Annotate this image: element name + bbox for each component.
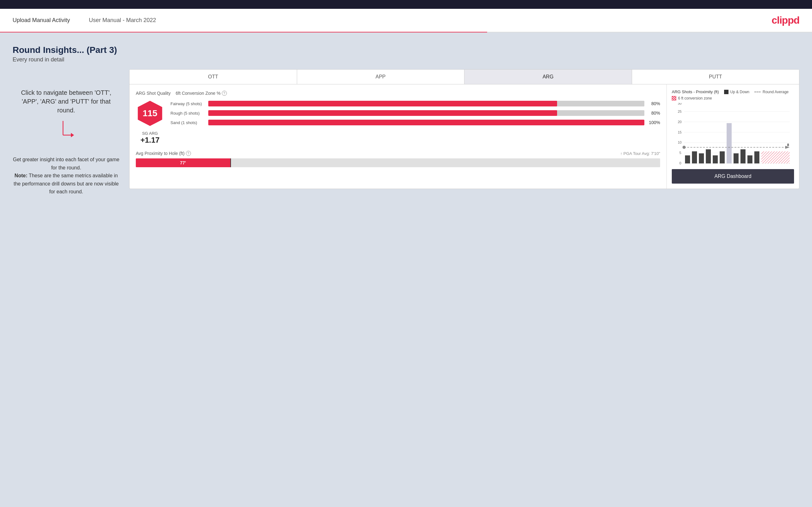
conversion-help-icon[interactable]: ? <box>222 91 227 96</box>
arg-dashboard-button[interactable]: ARG Dashboard <box>672 169 794 184</box>
round-insights-card: OTT APP ARG PUTT ARG Shot Quality 6ft Co… <box>129 69 799 189</box>
nav-instruction: Click to navigate between 'OTT', 'APP', … <box>13 88 120 115</box>
pga-label: ↑ PGA Tour Avg: 7'10" <box>620 151 660 156</box>
legend-conversion-icon <box>672 96 676 101</box>
user-manual-title: User Manual - March 2022 <box>89 17 156 23</box>
svg-text:15: 15 <box>678 130 681 134</box>
chart-bar-10 <box>747 155 753 163</box>
proximity-bar-fill: 77' <box>136 158 230 167</box>
chart-bar-9 <box>741 149 746 163</box>
chart-bar-11 <box>754 152 759 163</box>
right-section: ARG Shots - Proximity (ft) Up & Down Rou… <box>667 84 799 189</box>
left-panel: Click to navigate between 'OTT', 'APP', … <box>13 69 120 196</box>
proximity-cursor <box>230 158 231 167</box>
tab-putt[interactable]: PUTT <box>632 70 799 84</box>
round-avg-start-dot <box>682 146 686 149</box>
bar-track-fairway <box>208 101 644 106</box>
shot-quality-label: ARG Shot Quality <box>136 91 171 96</box>
card-body: ARG Shot Quality 6ft Conversion Zone % ?… <box>130 84 799 189</box>
sg-label: SG ARG <box>141 131 160 136</box>
svg-text:20: 20 <box>678 120 681 124</box>
bar-track-rough <box>208 110 644 116</box>
legend-conversion: 6 ft conversion zone <box>672 96 794 101</box>
shot-quality-header: ARG Shot Quality 6ft Conversion Zone % ? <box>136 91 660 96</box>
proximity-section: Avg Proximity to Hole (ft) ? ↑ PGA Tour … <box>136 151 660 167</box>
tab-ott[interactable]: OTT <box>130 70 297 84</box>
proximity-label: Avg Proximity to Hole (ft) ? <box>136 151 191 156</box>
tab-app[interactable]: APP <box>297 70 465 84</box>
arrow-container <box>13 118 120 143</box>
svg-text:30: 30 <box>678 103 681 105</box>
proximity-bar-track: 77' <box>136 158 660 167</box>
chart-hatch-zone <box>761 152 790 163</box>
proximity-help-icon[interactable]: ? <box>186 151 191 156</box>
bar-pct-rough: 80% <box>648 111 660 116</box>
main-content: Round Insights... (Part 3) Every round i… <box>0 33 812 507</box>
arg-proximity-chart: 0 5 10 15 20 25 30 <box>672 103 794 166</box>
chart-bar-1 <box>685 155 690 163</box>
bar-track-sand <box>208 120 644 125</box>
chart-bar-4 <box>706 149 711 163</box>
bar-label-sand: Sand (1 shots) <box>170 120 205 125</box>
insight-text: Get greater insight into each facet of y… <box>13 156 120 196</box>
bar-row-rough: Rough (5 shots) 80% <box>170 110 660 116</box>
metrics-row: 115 SG ARG +1.17 Fairway (5 shots) <box>136 101 660 145</box>
chart-bar-3 <box>699 153 704 163</box>
svg-text:8: 8 <box>787 143 789 147</box>
tab-arg[interactable]: ARG <box>464 70 632 84</box>
left-section: ARG Shot Quality 6ft Conversion Zone % ?… <box>130 84 667 189</box>
chart-header: ARG Shots - Proximity (ft) Up & Down Rou… <box>672 90 794 94</box>
chart-bar-5 <box>713 155 718 163</box>
proximity-header: Avg Proximity to Hole (ft) ? ↑ PGA Tour … <box>136 151 660 156</box>
bar-fill-sand <box>208 120 644 125</box>
svg-text:5: 5 <box>679 151 681 155</box>
bar-pct-sand: 100% <box>648 120 660 125</box>
bar-label-rough: Rough (5 shots) <box>170 111 205 116</box>
bar-label-fairway: Fairway (5 shots) <box>170 101 205 106</box>
arg-score-hexagon: 115 <box>136 101 164 126</box>
bars-section: Fairway (5 shots) 80% Rough (5 shots) <box>170 101 660 129</box>
sg-arg-container: SG ARG +1.17 <box>141 131 160 145</box>
conversion-label: 6ft Conversion Zone % ? <box>176 91 227 96</box>
legend-updown-icon <box>724 90 728 94</box>
bar-row-sand: Sand (1 shots) 100% <box>170 120 660 125</box>
content-area: Click to navigate between 'OTT', 'APP', … <box>13 69 799 196</box>
svg-text:25: 25 <box>678 110 681 113</box>
chart-bar-7-light <box>727 123 732 163</box>
header: Upload Manual Activity User Manual - Mar… <box>0 9 812 32</box>
bar-fill-rough <box>208 110 557 116</box>
svg-text:10: 10 <box>678 140 681 144</box>
chart-bar-2 <box>692 152 697 163</box>
bar-pct-fairway: 80% <box>648 101 660 106</box>
upload-title: Upload Manual Activity <box>13 17 70 23</box>
nav-arrow-icon <box>54 118 79 143</box>
chart-area: 0 5 10 15 20 25 30 <box>672 103 794 166</box>
top-bar <box>0 0 812 9</box>
page-subtitle: Every round in detail <box>13 56 799 63</box>
hexagon-container: 115 SG ARG +1.17 <box>136 101 164 145</box>
legend-roundavg-icon <box>754 92 761 92</box>
header-left: Upload Manual Activity User Manual - Mar… <box>13 17 156 23</box>
chart-bar-8 <box>733 153 739 163</box>
legend-roundavg: Round Average <box>754 90 789 94</box>
page-title: Round Insights... (Part 3) <box>13 45 799 55</box>
svg-marker-2 <box>71 133 74 137</box>
tabs-container: OTT APP ARG PUTT <box>130 70 799 84</box>
sg-value: +1.17 <box>141 136 160 145</box>
legend-updown: Up & Down <box>724 90 750 94</box>
bar-fill-fairway <box>208 101 557 106</box>
svg-text:0: 0 <box>679 161 681 165</box>
logo: clippd <box>772 14 799 26</box>
chart-bar-6 <box>720 152 725 163</box>
chart-title: ARG Shots - Proximity (ft) <box>672 90 719 94</box>
bar-row-fairway: Fairway (5 shots) 80% <box>170 101 660 106</box>
